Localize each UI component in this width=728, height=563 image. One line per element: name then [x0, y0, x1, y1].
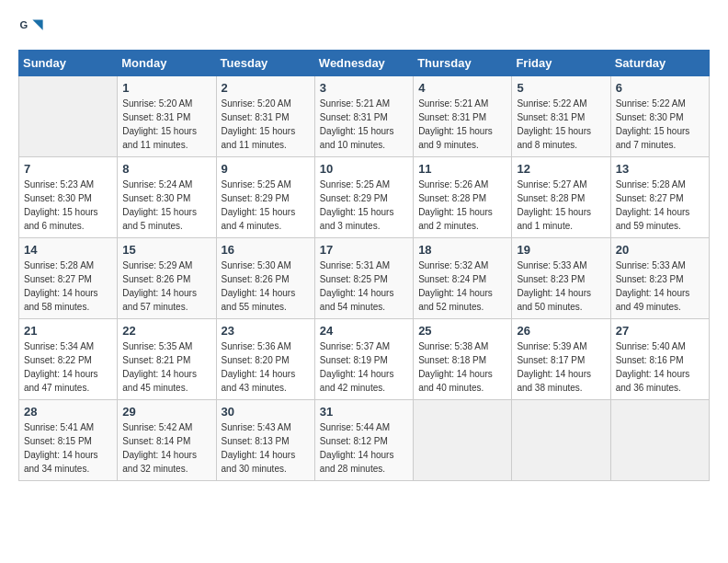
day-number: 6 — [616, 81, 704, 95]
day-cell-w5-d6 — [512, 400, 610, 481]
day-info: Sunrise: 5:33 AMSunset: 8:23 PMDaylight:… — [517, 259, 605, 314]
day-cell-w3-d3: 16Sunrise: 5:30 AMSunset: 8:26 PMDayligh… — [216, 238, 314, 319]
day-info: Sunrise: 5:23 AMSunset: 8:30 PMDaylight:… — [24, 178, 112, 233]
day-number: 9 — [222, 162, 310, 176]
day-cell-w2-d1: 7Sunrise: 5:23 AMSunset: 8:30 PMDaylight… — [19, 157, 118, 238]
day-cell-w4-d4: 24Sunrise: 5:37 AMSunset: 8:19 PMDayligh… — [314, 319, 413, 400]
header-saturday: Saturday — [610, 51, 709, 76]
day-cell-w1-d7: 6Sunrise: 5:22 AMSunset: 8:30 PMDaylight… — [610, 76, 709, 157]
calendar-table: SundayMondayTuesdayWednesdayThursdayFrid… — [18, 50, 710, 481]
day-number: 18 — [418, 243, 506, 257]
day-cell-w1-d3: 2Sunrise: 5:20 AMSunset: 8:31 PMDaylight… — [216, 76, 314, 157]
day-cell-w4-d5: 25Sunrise: 5:38 AMSunset: 8:18 PMDayligh… — [414, 319, 512, 400]
day-number: 14 — [24, 243, 112, 257]
day-cell-w5-d2: 29Sunrise: 5:42 AMSunset: 8:14 PMDayligh… — [118, 400, 216, 481]
day-number: 30 — [222, 405, 310, 419]
day-cell-w2-d6: 12Sunrise: 5:27 AMSunset: 8:28 PMDayligh… — [512, 157, 610, 238]
day-info: Sunrise: 5:20 AMSunset: 8:31 PMDaylight:… — [222, 97, 310, 152]
day-cell-w4-d7: 27Sunrise: 5:40 AMSunset: 8:16 PMDayligh… — [610, 319, 709, 400]
day-number: 26 — [517, 324, 605, 338]
day-info: Sunrise: 5:42 AMSunset: 8:14 PMDaylight:… — [122, 420, 210, 476]
day-cell-w5-d3: 30Sunrise: 5:43 AMSunset: 8:13 PMDayligh… — [216, 400, 314, 481]
day-info: Sunrise: 5:31 AMSunset: 8:25 PMDaylight:… — [320, 259, 408, 314]
day-info: Sunrise: 5:21 AMSunset: 8:31 PMDaylight:… — [320, 97, 408, 152]
day-cell-w4-d2: 22Sunrise: 5:35 AMSunset: 8:21 PMDayligh… — [118, 319, 216, 400]
day-info: Sunrise: 5:29 AMSunset: 8:26 PMDaylight:… — [122, 259, 210, 314]
day-cell-w4-d1: 21Sunrise: 5:34 AMSunset: 8:22 PMDayligh… — [19, 319, 118, 400]
day-cell-w5-d1: 28Sunrise: 5:41 AMSunset: 8:15 PMDayligh… — [19, 400, 118, 481]
day-number: 29 — [122, 405, 210, 419]
day-cell-w1-d4: 3Sunrise: 5:21 AMSunset: 8:31 PMDaylight… — [314, 76, 413, 157]
day-number: 13 — [616, 162, 704, 176]
header-monday: Monday — [118, 51, 216, 76]
header-tuesday: Tuesday — [216, 51, 314, 76]
week-row-5: 28Sunrise: 5:41 AMSunset: 8:15 PMDayligh… — [19, 400, 710, 481]
day-cell-w2-d4: 10Sunrise: 5:25 AMSunset: 8:29 PMDayligh… — [314, 157, 413, 238]
logo: G — [18, 15, 48, 40]
day-info: Sunrise: 5:33 AMSunset: 8:23 PMDaylight:… — [616, 259, 704, 314]
day-info: Sunrise: 5:28 AMSunset: 8:27 PMDaylight:… — [616, 178, 704, 233]
day-number: 15 — [122, 243, 210, 257]
header-friday: Friday — [512, 51, 610, 76]
day-cell-w1-d1 — [19, 76, 118, 157]
header-thursday: Thursday — [414, 51, 512, 76]
day-cell-w3-d6: 19Sunrise: 5:33 AMSunset: 8:23 PMDayligh… — [512, 238, 610, 319]
day-info: Sunrise: 5:25 AMSunset: 8:29 PMDaylight:… — [320, 178, 408, 233]
day-info: Sunrise: 5:22 AMSunset: 8:30 PMDaylight:… — [616, 97, 704, 152]
week-row-4: 21Sunrise: 5:34 AMSunset: 8:22 PMDayligh… — [19, 319, 710, 400]
day-number: 23 — [222, 324, 310, 338]
day-number: 2 — [222, 81, 310, 95]
day-info: Sunrise: 5:41 AMSunset: 8:15 PMDaylight:… — [24, 420, 112, 476]
day-number: 21 — [24, 324, 112, 338]
day-number: 16 — [222, 243, 310, 257]
calendar-header-row: SundayMondayTuesdayWednesdayThursdayFrid… — [19, 51, 710, 76]
day-number: 25 — [418, 324, 506, 338]
day-cell-w1-d5: 4Sunrise: 5:21 AMSunset: 8:31 PMDaylight… — [414, 76, 512, 157]
day-number: 4 — [418, 81, 506, 95]
day-info: Sunrise: 5:27 AMSunset: 8:28 PMDaylight:… — [517, 178, 605, 233]
day-number: 20 — [616, 243, 704, 257]
day-number: 19 — [517, 243, 605, 257]
day-info: Sunrise: 5:30 AMSunset: 8:26 PMDaylight:… — [222, 259, 310, 314]
day-number: 3 — [320, 81, 408, 95]
day-cell-w1-d6: 5Sunrise: 5:22 AMSunset: 8:31 PMDaylight… — [512, 76, 610, 157]
day-info: Sunrise: 5:28 AMSunset: 8:27 PMDaylight:… — [24, 259, 112, 314]
day-info: Sunrise: 5:24 AMSunset: 8:30 PMDaylight:… — [122, 178, 210, 233]
day-info: Sunrise: 5:21 AMSunset: 8:31 PMDaylight:… — [418, 97, 506, 152]
day-cell-w5-d7 — [610, 400, 709, 481]
day-info: Sunrise: 5:34 AMSunset: 8:22 PMDaylight:… — [24, 339, 112, 395]
day-cell-w3-d4: 17Sunrise: 5:31 AMSunset: 8:25 PMDayligh… — [314, 238, 413, 319]
day-number: 8 — [122, 162, 210, 176]
day-number: 24 — [320, 324, 408, 338]
day-info: Sunrise: 5:35 AMSunset: 8:21 PMDaylight:… — [122, 339, 210, 395]
day-number: 17 — [320, 243, 408, 257]
day-cell-w5-d5 — [414, 400, 512, 481]
day-cell-w2-d3: 9Sunrise: 5:25 AMSunset: 8:29 PMDaylight… — [216, 157, 314, 238]
logo-icon: G — [18, 15, 44, 40]
day-cell-w3-d1: 14Sunrise: 5:28 AMSunset: 8:27 PMDayligh… — [19, 238, 118, 319]
day-info: Sunrise: 5:22 AMSunset: 8:31 PMDaylight:… — [517, 97, 605, 152]
day-cell-w2-d5: 11Sunrise: 5:26 AMSunset: 8:28 PMDayligh… — [414, 157, 512, 238]
day-number: 10 — [320, 162, 408, 176]
svg-text:G: G — [19, 19, 28, 30]
day-number: 1 — [122, 81, 210, 95]
day-info: Sunrise: 5:26 AMSunset: 8:28 PMDaylight:… — [418, 178, 506, 233]
day-number: 11 — [418, 162, 506, 176]
day-info: Sunrise: 5:37 AMSunset: 8:19 PMDaylight:… — [320, 339, 408, 395]
day-number: 5 — [517, 81, 605, 95]
day-number: 12 — [517, 162, 605, 176]
day-cell-w1-d2: 1Sunrise: 5:20 AMSunset: 8:31 PMDaylight… — [118, 76, 216, 157]
day-cell-w3-d2: 15Sunrise: 5:29 AMSunset: 8:26 PMDayligh… — [118, 238, 216, 319]
day-number: 22 — [122, 324, 210, 338]
day-info: Sunrise: 5:39 AMSunset: 8:17 PMDaylight:… — [517, 339, 605, 395]
day-cell-w4-d3: 23Sunrise: 5:36 AMSunset: 8:20 PMDayligh… — [216, 319, 314, 400]
day-cell-w2-d7: 13Sunrise: 5:28 AMSunset: 8:27 PMDayligh… — [610, 157, 709, 238]
page-header: G — [18, 15, 710, 40]
day-cell-w4-d6: 26Sunrise: 5:39 AMSunset: 8:17 PMDayligh… — [512, 319, 610, 400]
week-row-2: 7Sunrise: 5:23 AMSunset: 8:30 PMDaylight… — [19, 157, 710, 238]
day-info: Sunrise: 5:44 AMSunset: 8:12 PMDaylight:… — [320, 420, 408, 476]
header-wednesday: Wednesday — [314, 51, 413, 76]
day-info: Sunrise: 5:32 AMSunset: 8:24 PMDaylight:… — [418, 259, 506, 314]
header-sunday: Sunday — [19, 51, 118, 76]
day-number: 31 — [320, 405, 408, 419]
